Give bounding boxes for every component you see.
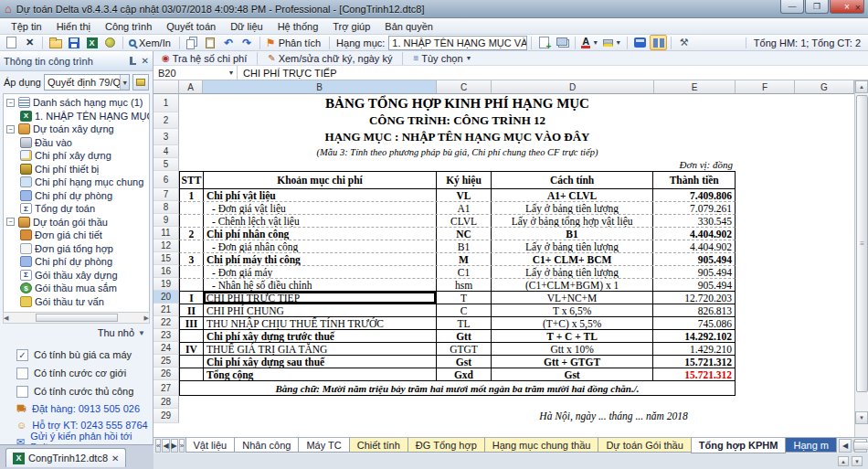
cell-C9[interactable]: CLVL: [437, 215, 492, 227]
cell-E8[interactable]: 7.079.261: [653, 202, 735, 214]
cell-E16[interactable]: 905.494: [653, 266, 735, 278]
row-28-text[interactable]: [179, 396, 736, 409]
cell-C8[interactable]: A1: [437, 202, 492, 214]
cell-D7[interactable]: A1+ CLVL: [492, 189, 653, 201]
options-button[interactable]: ≡ Tùy chọn ▼: [409, 51, 475, 65]
cell-A21[interactable]: II: [180, 304, 204, 316]
checkbox-2[interactable]: [16, 368, 28, 379]
cell-D16[interactable]: Lấy ở bảng tiên lượng: [492, 266, 653, 278]
cell-E12[interactable]: 4.404.902: [653, 240, 735, 252]
table-header-cell-2[interactable]: Khoản mục chi phí: [204, 172, 437, 188]
next-sheet-button[interactable]: ▶: [171, 439, 178, 453]
row-header-23[interactable]: 23: [153, 329, 179, 342]
run-button[interactable]: [101, 35, 119, 50]
scrollbar-thumb[interactable]: [36, 314, 118, 322]
row-header-3[interactable]: 3: [153, 129, 179, 145]
column-header-B[interactable]: B: [203, 80, 437, 94]
cell-E11[interactable]: 4.404.902: [653, 228, 735, 240]
tab-scroll-left-icon[interactable]: ◀: [839, 439, 852, 453]
scroll-left-icon[interactable]: ◀: [4, 314, 8, 322]
row-header-9[interactable]: 9: [153, 214, 179, 227]
row-header-15[interactable]: 15: [153, 252, 179, 265]
row-header-8[interactable]: 8: [153, 201, 179, 214]
minimize-button[interactable]: —: [780, 0, 804, 14]
checkbox-1[interactable]: ✓: [16, 349, 28, 361]
row-1-text[interactable]: BẢNG TỔNG HỢP KINH PHÍ HẠNG MỤC: [179, 94, 736, 112]
menu-item-6[interactable]: Hệ thống: [270, 19, 326, 34]
cell-A24[interactable]: IV: [180, 343, 204, 355]
cell-E26[interactable]: 15.721.312: [653, 368, 735, 380]
mdi-close-icon[interactable]: ×: [855, 2, 861, 13]
tree-item-6[interactable]: Chi phí thiết bị: [4, 163, 149, 176]
copy-button[interactable]: [184, 35, 201, 50]
chevron-down-icon[interactable]: ▼: [120, 75, 129, 90]
cell-D25[interactable]: Gtt + GTGT: [492, 356, 653, 368]
cell-D21[interactable]: T x 6,5%: [492, 304, 653, 316]
checkbox-row-2[interactable]: Có tính cước cơ giới: [0, 364, 153, 382]
tools-button[interactable]: ⚒: [675, 35, 693, 50]
sheet-tab-7[interactable]: Dự toán Gói thầu: [598, 438, 691, 453]
contact-link-1[interactable]: ⛟Đặt hàng: 0913 505 026: [0, 400, 153, 417]
font-color-button[interactable]: A▼: [579, 35, 600, 50]
cell-A26[interactable]: [180, 368, 204, 380]
cell-B15[interactable]: Chi phí máy thi công: [204, 253, 437, 265]
cell-C16[interactable]: C1: [437, 266, 492, 278]
excel-export-button[interactable]: X: [83, 35, 101, 50]
cell-A16[interactable]: [180, 266, 204, 278]
cell-B7[interactable]: Chi phí vật liệu: [204, 189, 437, 201]
cell-B11[interactable]: Chi phí nhân công: [204, 228, 437, 240]
row-3-text[interactable]: HẠNG MỤC : NHẬP TÊN HẠNG MỤC VÀO ĐÂY: [179, 129, 736, 145]
cell-E20[interactable]: 12.720.203: [653, 292, 735, 304]
tree-item-5[interactable]: Chi phí xây dựng: [4, 149, 149, 163]
cell-A15[interactable]: 3: [180, 253, 204, 265]
formula-content[interactable]: CHI PHÍ TRỰC TIẾP: [238, 66, 868, 80]
tree-expander-icon[interactable]: −: [6, 218, 15, 226]
cell-C19[interactable]: hsm: [437, 279, 492, 291]
sheet-tab-3[interactable]: Máy TC: [298, 438, 349, 453]
cell-B8[interactable]: - Đơn giá vật liệu: [204, 202, 437, 214]
layers-button[interactable]: [554, 35, 571, 50]
first-sheet-button[interactable]: «: [155, 439, 161, 453]
cell-B24[interactable]: THUẾ GIÁ TRỊ GIA TĂNG: [204, 343, 437, 355]
undo-button[interactable]: ↶: [220, 35, 238, 50]
cell-A9[interactable]: [180, 215, 204, 227]
sheet-tab-9[interactable]: Hạng m: [785, 438, 837, 453]
cell-C25[interactable]: Gst: [437, 356, 492, 368]
panel-close-icon[interactable]: ✕: [142, 56, 149, 66]
menu-item-8[interactable]: Bản quyền: [377, 19, 440, 34]
tab-scrollbar[interactable]: ◀ ▶: [839, 439, 868, 453]
cell-D22[interactable]: (T+C) x 5,5%: [492, 317, 653, 329]
close-project-button[interactable]: ✕: [21, 35, 38, 50]
menu-item-3[interactable]: Công trình: [98, 19, 159, 34]
cell-D20[interactable]: VL+NC+M: [492, 292, 653, 304]
cell-D8[interactable]: Lấy ở bảng tiên lượng: [492, 202, 653, 214]
row-header-29[interactable]: 29: [153, 409, 179, 423]
prev-sheet-button[interactable]: ◀: [162, 439, 169, 453]
cell-C23[interactable]: Gtt: [437, 330, 492, 342]
cell-B20[interactable]: CHI PHÍ TRỰC TIẾP: [204, 292, 437, 304]
cell-A25[interactable]: [180, 356, 204, 368]
cell-A12[interactable]: [180, 240, 204, 252]
cell-D24[interactable]: Gtt x 10%: [492, 343, 653, 355]
cell-D9[interactable]: Lấy ở bảng tổng hợp vật liệu: [492, 215, 653, 227]
cell-D11[interactable]: B1: [492, 228, 653, 240]
tree-item-16[interactable]: Gói thầu tư vấn: [4, 295, 149, 309]
cell-E22[interactable]: 745.086: [653, 317, 735, 329]
view-print-button[interactable]: Xem/In: [127, 35, 175, 50]
tree-item-15[interactable]: $Gói thầu mua sắm: [4, 282, 149, 295]
menu-item-1[interactable]: Tệp tin: [4, 19, 49, 34]
tree-horizontal-scrollbar[interactable]: ◀ ▶: [3, 312, 150, 324]
cell-B16[interactable]: - Đơn giá máy: [204, 266, 437, 278]
cell-C15[interactable]: M: [437, 253, 492, 265]
cell-A8[interactable]: [180, 202, 204, 214]
row-header-20[interactable]: 20: [153, 291, 179, 304]
cell-C21[interactable]: C: [437, 304, 492, 316]
add-sheet-button[interactable]: [535, 35, 553, 50]
coef-lookup-button[interactable]: ◉ Tra hệ số chi phí: [158, 51, 250, 65]
tree-expander-icon[interactable]: −: [6, 99, 15, 107]
row-5-text[interactable]: Đơn vị: đồng: [179, 158, 736, 171]
cell-C22[interactable]: TL: [437, 317, 492, 329]
cell-E25[interactable]: 15.721.312: [653, 356, 735, 368]
grid-view-button[interactable]: [650, 35, 667, 50]
column-header-G[interactable]: G: [795, 80, 854, 94]
